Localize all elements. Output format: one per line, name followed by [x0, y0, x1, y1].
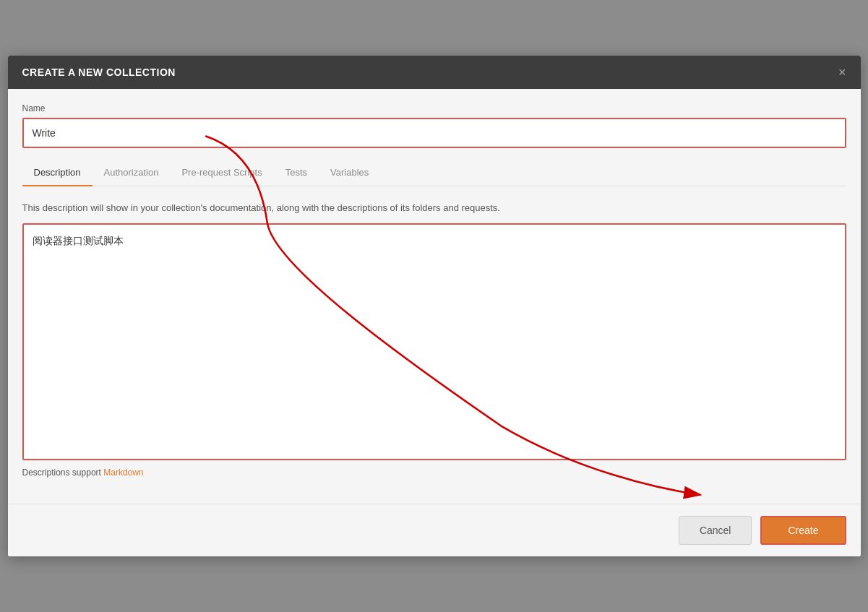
- tab-variables[interactable]: Variables: [319, 160, 380, 186]
- modal-body: Name Description Authorization Pre-reque…: [8, 89, 861, 186]
- name-input[interactable]: [22, 118, 846, 148]
- modal-dialog: CREATE A NEW COLLECTION × Name Descripti…: [8, 56, 861, 557]
- modal-header: CREATE A NEW COLLECTION ×: [8, 56, 861, 89]
- modal-footer: Cancel Create: [8, 504, 861, 556]
- description-textarea-wrapper: 阅读器接口测试脚本: [22, 223, 846, 460]
- tab-authorization[interactable]: Authorization: [93, 160, 171, 186]
- modal-overlay: CREATE A NEW COLLECTION × Name Descripti…: [0, 0, 868, 612]
- create-button[interactable]: Create: [760, 516, 846, 545]
- tab-description[interactable]: Description: [22, 160, 93, 186]
- name-label: Name: [22, 103, 846, 113]
- markdown-link[interactable]: Markdown: [103, 467, 143, 478]
- markdown-prefix: Descriptions support: [22, 467, 104, 478]
- description-textarea[interactable]: 阅读器接口测试脚本: [24, 225, 845, 456]
- tab-tests[interactable]: Tests: [274, 160, 319, 186]
- markdown-note: Descriptions support Markdown: [22, 460, 846, 489]
- tabs-container: Description Authorization Pre-request Sc…: [22, 160, 846, 186]
- content-area: This description will show in your colle…: [8, 186, 861, 504]
- cancel-button[interactable]: Cancel: [679, 516, 752, 545]
- tab-pre-request-scripts[interactable]: Pre-request Scripts: [170, 160, 273, 186]
- modal-title: CREATE A NEW COLLECTION: [22, 66, 176, 78]
- description-hint: This description will show in your colle…: [22, 201, 846, 215]
- close-button[interactable]: ×: [838, 66, 846, 79]
